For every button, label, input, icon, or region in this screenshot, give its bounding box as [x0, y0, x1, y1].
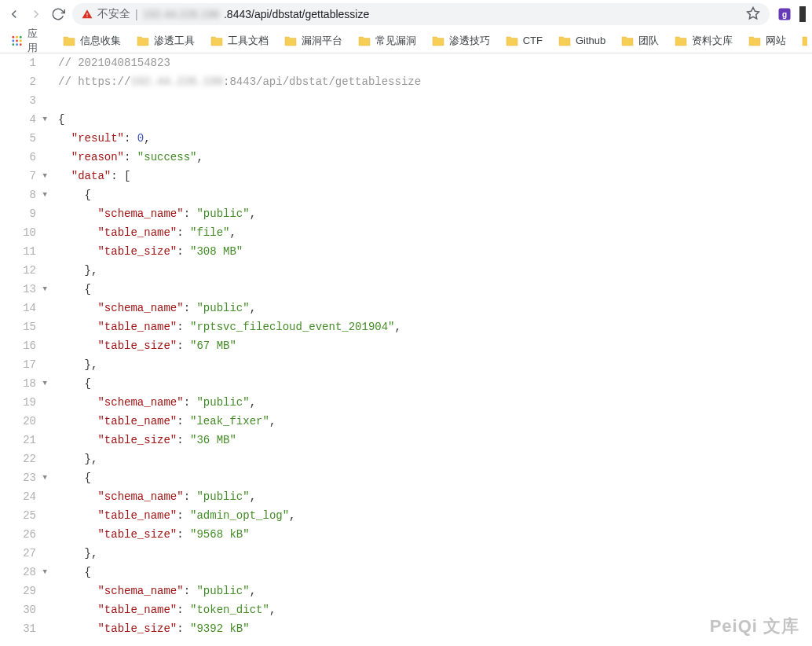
folder-icon [748, 35, 761, 46]
fold-toggle-icon[interactable]: ▼ [39, 185, 47, 204]
line-number: 5 [0, 129, 47, 148]
code-line: }, [58, 450, 812, 468]
fold-toggle-icon[interactable]: ▼ [39, 468, 47, 487]
apps-label: 应用 [27, 28, 47, 53]
folder-icon [802, 35, 807, 46]
code-line: "table_size": "67 MB" [58, 336, 812, 355]
line-number: 17 [0, 355, 47, 374]
bookmarks-bar: 应用 信息收集渗透工具工具文档漏洞平台常见漏洞渗透技巧CTFGithub团队资料… [0, 28, 812, 53]
line-number: 23▼ [0, 468, 47, 487]
code-line: // 20210408154823 [58, 53, 812, 72]
url-divider: | [135, 8, 138, 20]
code-line: "schema_name": "public", [58, 393, 812, 412]
bookmark-label: 渗透技巧 [449, 34, 490, 48]
line-number: 1 [0, 53, 47, 72]
fold-toggle-icon[interactable]: ▼ [39, 110, 47, 129]
code-line: "table_name": "token_dict", [58, 600, 812, 619]
code-viewer: 1234▼567▼8▼910111213▼1415161718▼19202122… [0, 53, 812, 638]
line-number: 14 [0, 299, 47, 317]
line-number: 25 [0, 506, 47, 525]
reload-button[interactable] [50, 6, 66, 22]
svg-point-9 [20, 39, 22, 42]
line-number-gutter: 1234▼567▼8▼910111213▼1415161718▼19202122… [0, 53, 50, 638]
fold-toggle-icon[interactable]: ▼ [39, 280, 47, 299]
url-host-blurred: 192.44.226.198 [143, 8, 219, 20]
apps-button[interactable]: 应用 [5, 28, 53, 53]
extension-icon-2[interactable] [799, 6, 806, 23]
code-line: "table_size": "308 MB" [58, 242, 812, 261]
bookmark-folder[interactable]: 常见漏洞 [352, 31, 422, 51]
bookmark-folder[interactable]: 资料文库 [668, 31, 739, 51]
svg-text:g: g [782, 10, 787, 19]
code-line: "table_size": "9392 kB" [58, 619, 812, 638]
line-number: 2 [0, 72, 47, 91]
code-line: { [58, 280, 812, 299]
folder-icon [621, 35, 634, 46]
bookmark-label: 漏洞平台 [302, 34, 342, 48]
extension-icon[interactable]: g [776, 6, 793, 23]
code-line: "table_size": "36 MB" [58, 431, 812, 450]
folder-icon [63, 35, 75, 46]
bookmark-label: 渗透工具 [154, 34, 195, 48]
line-number: 18▼ [0, 374, 47, 393]
line-number: 31 [0, 619, 47, 638]
code-content[interactable]: // 20210408154823// https://192.44.226.1… [50, 53, 812, 638]
fold-toggle-icon[interactable]: ▼ [39, 374, 47, 393]
code-line: }, [58, 544, 812, 563]
fold-toggle-icon[interactable]: ▼ [39, 563, 47, 582]
insecure-label: 不安全 [97, 7, 130, 21]
bookmark-folder[interactable]: CTF [499, 31, 549, 51]
code-line: { [58, 185, 812, 204]
forward-button[interactable] [28, 6, 44, 22]
line-number: 9 [0, 204, 47, 223]
bookmark-folder[interactable]: 渗透技巧 [426, 31, 496, 51]
folder-icon [284, 35, 297, 46]
folder-icon [675, 35, 687, 46]
code-line: }, [58, 355, 812, 374]
bookmark-folder[interactable]: Github [552, 31, 612, 51]
bookmark-folder[interactable]: 漏洞平台 [278, 31, 349, 51]
line-number: 26 [0, 525, 47, 544]
svg-point-7 [12, 39, 14, 42]
svg-point-11 [16, 43, 18, 46]
svg-point-8 [16, 39, 18, 42]
bookmark-folder[interactable]: 编程 [796, 31, 807, 51]
line-number: 6 [0, 148, 47, 167]
line-number: 21 [0, 431, 47, 450]
svg-point-10 [12, 43, 14, 46]
line-number: 27 [0, 544, 47, 563]
line-number: 19 [0, 393, 47, 412]
svg-point-4 [12, 35, 14, 38]
bookmark-folder[interactable]: 信息收集 [57, 31, 127, 51]
folder-icon [558, 35, 571, 46]
code-line: { [58, 110, 812, 129]
bookmark-folder[interactable]: 渗透工具 [130, 31, 201, 51]
bookmark-label: CTF [523, 35, 543, 46]
bookmark-folder[interactable]: 团队 [615, 31, 665, 51]
bookmark-star-icon[interactable] [746, 6, 760, 23]
code-line: "data": [ [58, 167, 812, 185]
fold-toggle-icon[interactable]: ▼ [39, 167, 47, 185]
line-number: 10 [0, 223, 47, 242]
back-button[interactable] [6, 6, 22, 22]
line-number: 4▼ [0, 110, 47, 129]
line-number: 22 [0, 450, 47, 468]
svg-marker-0 [748, 7, 759, 18]
bookmark-label: 网站 [766, 34, 786, 48]
bookmark-folder[interactable]: 工具文档 [204, 31, 275, 51]
line-number: 20 [0, 412, 47, 431]
insecure-icon [82, 9, 93, 20]
code-line: "table_name": "admin_opt_log", [58, 506, 812, 525]
line-number: 16 [0, 336, 47, 355]
bookmark-folder[interactable]: 网站 [742, 31, 792, 51]
line-number: 12 [0, 261, 47, 280]
code-line: "table_size": "9568 kB" [58, 525, 812, 544]
bookmark-label: 资料文库 [692, 34, 733, 48]
folder-icon [358, 35, 371, 46]
code-line: "result": 0, [58, 129, 812, 148]
code-line: "table_name": "leak_fixer", [58, 412, 812, 431]
line-number: 29 [0, 582, 47, 600]
line-number: 13▼ [0, 280, 47, 299]
line-number: 24 [0, 487, 47, 506]
address-bar[interactable]: 不安全 | 192.44.226.198.8443/api/dbstat/get… [72, 3, 770, 25]
